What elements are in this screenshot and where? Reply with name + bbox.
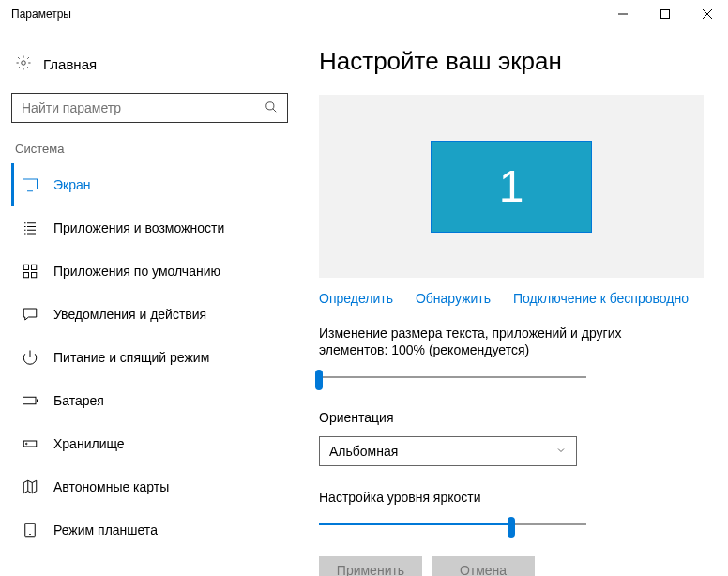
nav-item-tablet[interactable]: Режим планшета bbox=[11, 508, 300, 552]
display-actions: Определить Обнаружить Подключение к бесп… bbox=[319, 291, 709, 306]
title-bar: Параметры bbox=[0, 0, 728, 28]
svg-rect-4 bbox=[23, 265, 28, 269]
monitor-1[interactable]: 1 bbox=[431, 141, 592, 233]
window-controls bbox=[601, 0, 728, 28]
nav-label: Экран bbox=[53, 177, 91, 192]
nav-item-maps[interactable]: Автономные карты bbox=[11, 465, 300, 508]
map-icon bbox=[22, 478, 38, 495]
slider-thumb[interactable] bbox=[508, 517, 515, 538]
cancel-button[interactable]: Отмена bbox=[432, 556, 535, 576]
nav-label: Приложения и возможности bbox=[53, 220, 224, 235]
nav-item-display[interactable]: Экран bbox=[11, 163, 300, 206]
page-heading: Настройте ваш экран bbox=[319, 47, 709, 76]
brightness-label: Настройка уровня яркости bbox=[319, 489, 657, 506]
slider-fill bbox=[319, 523, 511, 525]
search-icon bbox=[265, 100, 278, 116]
svg-point-10 bbox=[26, 443, 28, 445]
window-title: Параметры bbox=[11, 8, 601, 21]
scale-label: Изменение размера текста, приложений и д… bbox=[319, 325, 657, 358]
nav-item-apps[interactable]: Приложения и возможности bbox=[11, 206, 300, 250]
grid-icon bbox=[22, 263, 38, 280]
search-input[interactable] bbox=[22, 100, 265, 115]
search-box[interactable] bbox=[11, 93, 288, 123]
nav-label: Уведомления и действия bbox=[53, 307, 206, 322]
svg-rect-7 bbox=[32, 273, 37, 278]
display-icon bbox=[22, 176, 38, 193]
chat-icon bbox=[22, 306, 38, 323]
nav-label: Приложения по умолчанию bbox=[53, 264, 220, 279]
svg-rect-0 bbox=[660, 10, 669, 19]
detect-link[interactable]: Обнаружить bbox=[416, 291, 491, 306]
slider-thumb[interactable] bbox=[315, 370, 323, 390]
nav-label: Батарея bbox=[53, 393, 104, 408]
nav-label: Режим планшета bbox=[53, 523, 158, 538]
home-link[interactable]: Главная bbox=[11, 47, 300, 82]
category-heading: Система bbox=[15, 142, 300, 156]
main-panel: Настройте ваш экран 1 Определить Обнаруж… bbox=[300, 28, 728, 576]
svg-rect-6 bbox=[23, 273, 28, 278]
nav-label: Хранилище bbox=[53, 436, 125, 451]
button-row: Применить Отмена bbox=[319, 556, 709, 576]
nav-item-power[interactable]: Питание и спящий режим bbox=[11, 336, 300, 379]
wireless-link[interactable]: Подключение к беспроводно bbox=[513, 291, 689, 306]
nav-item-battery[interactable]: Батарея bbox=[11, 379, 300, 422]
chevron-down-icon bbox=[555, 444, 567, 459]
scale-slider[interactable] bbox=[319, 368, 586, 387]
orientation-label: Ориентация bbox=[319, 409, 657, 426]
svg-rect-3 bbox=[23, 179, 38, 189]
minimize-button[interactable] bbox=[601, 0, 644, 28]
nav-label: Питание и спящий режим bbox=[53, 350, 209, 365]
nav-label: Автономные карты bbox=[53, 479, 169, 494]
svg-rect-8 bbox=[23, 397, 37, 404]
svg-rect-5 bbox=[32, 265, 37, 269]
slider-track bbox=[319, 376, 586, 378]
storage-icon bbox=[22, 435, 38, 452]
display-preview: 1 bbox=[319, 95, 704, 278]
identify-link[interactable]: Определить bbox=[319, 291, 393, 306]
tablet-icon bbox=[22, 522, 38, 538]
orientation-select[interactable]: Альбомная bbox=[319, 436, 577, 466]
home-label: Главная bbox=[43, 56, 97, 72]
sidebar: Главная Система Экран Приложения и возмо… bbox=[0, 28, 300, 576]
gear-icon bbox=[15, 54, 32, 74]
maximize-button[interactable] bbox=[644, 0, 686, 28]
battery-icon bbox=[22, 392, 38, 409]
close-button[interactable] bbox=[686, 0, 728, 28]
list-icon bbox=[22, 220, 38, 236]
svg-point-2 bbox=[266, 101, 274, 109]
apply-button[interactable]: Применить bbox=[319, 556, 422, 576]
orientation-value: Альбомная bbox=[329, 444, 398, 459]
brightness-slider[interactable] bbox=[319, 515, 586, 534]
nav-item-storage[interactable]: Хранилище bbox=[11, 422, 300, 465]
nav-item-notifications[interactable]: Уведомления и действия bbox=[11, 293, 300, 336]
svg-point-1 bbox=[22, 61, 26, 66]
nav-item-default-apps[interactable]: Приложения по умолчанию bbox=[11, 250, 300, 293]
power-icon bbox=[22, 349, 38, 366]
